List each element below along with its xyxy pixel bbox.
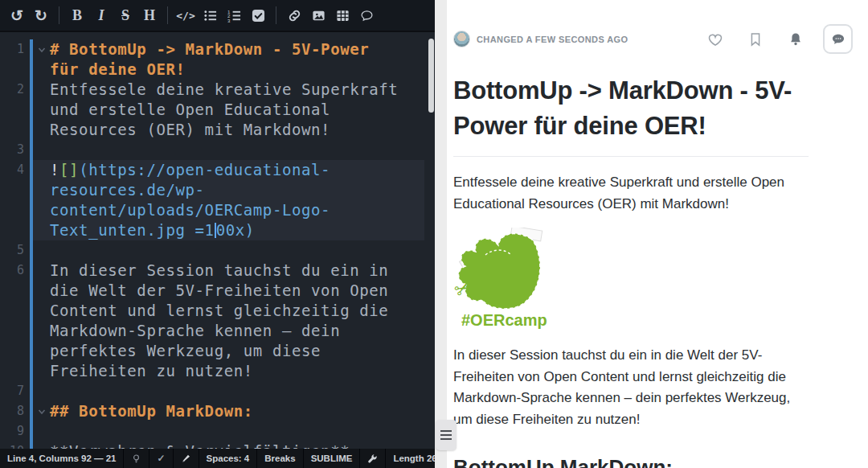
line-number[interactable]: [0, 60, 26, 80]
italic-icon[interactable]: I: [89, 3, 113, 27]
line-number[interactable]: 2: [0, 80, 26, 100]
editor-line-row[interactable]: content/uploads/OERCamp-Logo-: [0, 200, 435, 220]
split-drag-handle[interactable]: [436, 420, 457, 450]
editor-scrollbar[interactable]: [428, 39, 434, 113]
comments-button[interactable]: [823, 24, 853, 54]
editor-line-row[interactable]: Content und lernst gleichzeitig die: [0, 301, 435, 321]
bullet-list-icon[interactable]: [198, 3, 222, 27]
line-number[interactable]: 4: [0, 160, 26, 180]
line-number[interactable]: 5: [0, 240, 26, 261]
split-divider[interactable]: [435, 0, 447, 468]
table-icon[interactable]: [330, 3, 354, 27]
editor-line-row[interactable]: 5: [0, 240, 435, 261]
line-number[interactable]: [0, 120, 26, 140]
breaks-setting[interactable]: Breaks: [257, 449, 303, 468]
wrench-icon[interactable]: [360, 449, 386, 468]
undo-icon[interactable]: ↺: [5, 3, 29, 27]
bookmark-icon[interactable]: [746, 30, 765, 49]
check-list-icon[interactable]: [246, 3, 270, 27]
line-body: [33, 421, 424, 441]
editor-line-row[interactable]: 9: [0, 421, 435, 441]
editor-line-row[interactable]: Resources (OER) mit Markdown!: [0, 120, 435, 140]
code-text[interactable]: resources.de/wp-: [50, 180, 205, 200]
line-number[interactable]: 10: [0, 441, 26, 449]
editor-line-row[interactable]: 7: [0, 381, 435, 401]
line-number[interactable]: [0, 220, 26, 240]
cursor-position[interactable]: Line 4, Columns 92 — 21: [0, 449, 124, 468]
editor-line-row[interactable]: Text_unten.jpg =100x): [0, 220, 435, 240]
editor-line-row[interactable]: die Welt der 5V-Freiheiten von Open: [0, 281, 435, 301]
editor-line-row[interactable]: perfektes Werkzeug, um diese: [0, 341, 435, 361]
line-number[interactable]: [0, 321, 26, 341]
code-text[interactable]: In dieser Session tauchst du ein in: [50, 261, 388, 281]
code-icon[interactable]: </>: [174, 3, 198, 27]
code-text[interactable]: Text_unten.jpg =100x): [50, 220, 255, 240]
avatar[interactable]: [453, 31, 470, 47]
code-text[interactable]: die Welt der 5V-Freiheiten von Open: [50, 281, 388, 301]
line-number[interactable]: 8: [0, 401, 26, 421]
doc-length[interactable]: Length 2644: [386, 449, 435, 468]
heading-icon[interactable]: H: [137, 3, 162, 27]
code-text[interactable]: für deine OER!: [50, 60, 186, 80]
heart-icon[interactable]: [706, 30, 725, 49]
fold-chevron-icon[interactable]: [33, 39, 50, 60]
editor-line-row[interactable]: 4![](https://open-educational-: [0, 160, 435, 180]
line-number[interactable]: 6: [0, 261, 26, 281]
code-text[interactable]: Freiheiten zu nutzen!: [50, 361, 253, 381]
section-heading: BottomUp MarkDown:: [453, 455, 809, 468]
line-number[interactable]: 9: [0, 421, 26, 441]
image-icon[interactable]: [306, 3, 330, 27]
code-text[interactable]: Resources (OER) mit Markdown!: [50, 120, 330, 140]
editor-line-row[interactable]: 8## BottomUp MarkDown:: [0, 401, 435, 421]
line-body: ## BottomUp MarkDown:: [33, 401, 424, 421]
code-segment: []: [59, 161, 79, 179]
numbered-list-icon[interactable]: 123: [222, 3, 246, 27]
link-icon[interactable]: [282, 3, 306, 27]
brush-icon[interactable]: [174, 449, 199, 468]
editor-line-row[interactable]: 1# BottomUp -> MarkDown - 5V-Power: [0, 39, 435, 60]
editor-line-row[interactable]: 2Entfessele deine kreative Superkraft: [0, 80, 435, 100]
editor-line-row[interactable]: 10**Verwahren & Vervielfältigen**: [0, 441, 435, 449]
editor-line-row[interactable]: 3: [0, 140, 435, 160]
redo-icon[interactable]: ↻: [29, 3, 53, 27]
line-number[interactable]: 1: [0, 39, 26, 60]
line-number[interactable]: [0, 281, 26, 301]
comment-icon[interactable]: [354, 3, 379, 27]
code-segment: 00x): [216, 221, 255, 239]
check-icon[interactable]: ✓: [149, 449, 173, 468]
code-text[interactable]: ## BottomUp MarkDown:: [50, 401, 253, 421]
line-number[interactable]: [0, 100, 26, 120]
line-number[interactable]: [0, 341, 26, 361]
editor-line-row[interactable]: und erstelle Open Educational: [0, 100, 435, 120]
editor-line-row[interactable]: für deine OER!: [0, 60, 435, 80]
strikethrough-icon[interactable]: S: [113, 3, 137, 27]
editor-line-row[interactable]: Freiheiten zu nutzen!: [0, 361, 435, 381]
code-text[interactable]: Entfessele deine kreative Superkraft: [50, 80, 398, 100]
lightbulb-icon[interactable]: [124, 449, 149, 468]
line-number[interactable]: 7: [0, 381, 26, 401]
code-text[interactable]: perfektes Werkzeug, um diese: [50, 341, 321, 361]
line-number[interactable]: [0, 361, 26, 381]
fold-chevron-icon[interactable]: [33, 401, 50, 421]
line-body: In dieser Session tauchst du ein in: [33, 261, 424, 281]
line-number[interactable]: 3: [0, 140, 26, 160]
spaces-setting[interactable]: Spaces: 4: [199, 449, 258, 468]
editor-line-row[interactable]: 6In dieser Session tauchst du ein in: [0, 261, 435, 281]
bell-icon[interactable]: [786, 30, 805, 49]
code-text[interactable]: Content und lernst gleichzeitig die: [50, 301, 388, 321]
bold-icon[interactable]: B: [65, 3, 89, 27]
line-number[interactable]: [0, 301, 26, 321]
code-area[interactable]: 1# BottomUp -> MarkDown - 5V-Powerfür de…: [0, 32, 435, 449]
code-text[interactable]: **Verwahren & Vervielfältigen**: [50, 441, 350, 449]
code-text[interactable]: # BottomUp -> MarkDown - 5V-Power: [50, 39, 369, 60]
line-number[interactable]: [0, 180, 26, 200]
code-text[interactable]: und erstelle Open Educational: [50, 100, 330, 120]
line-number[interactable]: [0, 200, 26, 220]
code-text[interactable]: Markdown-Sprache kennen – dein: [50, 321, 340, 341]
code-segment: In dieser Session tauchst du ein in: [50, 261, 388, 279]
keymap-setting[interactable]: SUBLIME: [304, 449, 361, 468]
code-text[interactable]: content/uploads/OERCamp-Logo-: [50, 200, 330, 220]
code-text[interactable]: ![](https://open-educational-: [50, 160, 330, 180]
editor-line-row[interactable]: Markdown-Sprache kennen – dein: [0, 321, 435, 341]
editor-line-row[interactable]: resources.de/wp-: [0, 180, 435, 200]
